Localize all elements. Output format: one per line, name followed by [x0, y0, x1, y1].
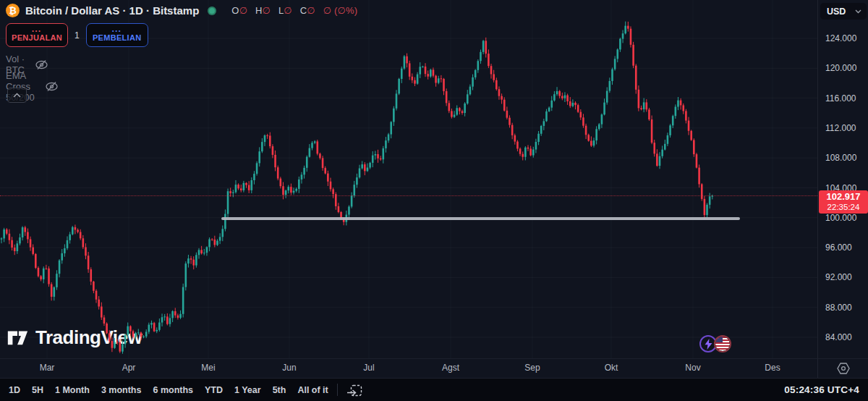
candlestick-chart[interactable]: [0, 0, 817, 358]
range-ytd[interactable]: YTD: [205, 385, 223, 395]
chevron-up-icon: [13, 93, 21, 98]
candle: [85, 248, 87, 256]
candle: [682, 105, 684, 111]
candle: [516, 142, 519, 149]
candle: [582, 117, 584, 125]
candle: [203, 253, 205, 253]
price-tick-label: 108.000: [825, 153, 856, 163]
time-axis[interactable]: MarAprMeiJunJulAgstSepOktNovDes: [0, 358, 817, 378]
candle: [548, 108, 550, 111]
candle: [569, 101, 571, 106]
candle: [319, 153, 321, 158]
candle: [580, 112, 582, 118]
candle: [543, 121, 545, 126]
chart-canvas[interactable]: TradingView: [0, 0, 817, 358]
candle: [587, 135, 590, 140]
candle: [464, 104, 466, 113]
candle: [383, 148, 385, 159]
buy-button-dots: •••: [112, 28, 122, 33]
collapse-panel-button[interactable]: [7, 88, 27, 103]
candle: [264, 135, 266, 142]
candle: [142, 337, 145, 337]
currency-selector[interactable]: USD: [820, 3, 867, 20]
candle: [322, 158, 324, 168]
candle: [145, 332, 148, 336]
candle: [137, 332, 140, 333]
candle: [161, 317, 163, 322]
price-tick-label: 100.000: [825, 213, 856, 223]
candle: [482, 41, 485, 51]
month-tick-label: Nov: [685, 363, 700, 373]
month-tick-label: Apr: [122, 363, 136, 373]
candle: [419, 67, 421, 74]
horizontal-ray-drawing[interactable]: [221, 217, 740, 220]
candle: [550, 101, 553, 108]
candle: [480, 52, 482, 61]
candle: [524, 148, 527, 157]
range-5h[interactable]: 5H: [32, 385, 43, 395]
candle: [572, 103, 574, 106]
candle: [90, 269, 92, 282]
candle: [356, 177, 358, 185]
candle: [495, 80, 498, 89]
candle: [412, 77, 414, 80]
order-quantity[interactable]: 1: [75, 30, 80, 41]
range-all-of-it[interactable]: All of it: [297, 385, 328, 395]
symbol-title[interactable]: Bitcoin / Dollar AS · 1D · Bitstamp: [25, 4, 199, 17]
sell-button[interactable]: ••• PENJUALAN: [6, 23, 68, 47]
candle: [61, 253, 63, 261]
range-1d[interactable]: 1D: [9, 385, 20, 395]
open-label: O: [231, 5, 239, 16]
candle: [258, 151, 260, 163]
candle: [243, 183, 245, 190]
candle: [9, 234, 11, 240]
eye-off-icon[interactable]: [45, 81, 59, 92]
candle: [706, 205, 708, 215]
range-1-year[interactable]: 1 Year: [234, 385, 261, 395]
eye-off-icon[interactable]: [35, 59, 48, 70]
candle: [690, 131, 692, 140]
low-value: ∅: [284, 5, 292, 16]
candle: [177, 316, 179, 318]
current-price-line: [0, 195, 817, 196]
candle: [348, 206, 350, 214]
range-6-months[interactable]: 6 months: [153, 385, 193, 395]
candle: [93, 282, 95, 291]
candle: [190, 258, 192, 260]
candle: [111, 341, 114, 348]
candle: [646, 102, 648, 109]
candle: [3, 229, 5, 238]
price-tick-label: 88.000: [825, 303, 852, 313]
buy-button[interactable]: ••• PEMBELIAN: [86, 23, 148, 47]
candle: [179, 314, 182, 318]
candle: [406, 56, 408, 64]
candle: [688, 121, 690, 131]
range-5th[interactable]: 5th: [273, 385, 286, 395]
candle: [46, 269, 48, 269]
open-value: ∅: [239, 5, 248, 16]
market-status-icon[interactable]: [208, 7, 216, 15]
go-to-date-button[interactable]: [346, 382, 364, 398]
candle: [135, 333, 137, 337]
event-badge-us-flag[interactable]: [714, 335, 731, 353]
candle: [6, 229, 8, 234]
candle: [369, 163, 371, 168]
candle: [375, 154, 377, 156]
candle: [332, 189, 334, 194]
price-axis[interactable]: USD 124.000120.000116.000112.000108.0001…: [817, 0, 868, 358]
range-1-month[interactable]: 1 Month: [55, 385, 90, 395]
price-tick-label: 116.000: [825, 93, 856, 104]
clock[interactable]: 05:24:36 UTC+4: [784, 384, 859, 395]
candle: [195, 255, 197, 265]
tradingview-chart-window: TradingView ₿ Bitcoin / Dollar AS · 1D ·…: [0, 0, 868, 401]
axis-settings-corner[interactable]: [817, 358, 868, 378]
candle: [72, 227, 74, 235]
sell-button-dots: •••: [32, 28, 41, 33]
hexagon-settings-icon[interactable]: [836, 361, 851, 376]
candle: [24, 227, 26, 232]
candle: [67, 240, 69, 248]
candle: [214, 240, 216, 245]
candle: [303, 168, 305, 174]
candle: [501, 96, 503, 100]
range-3-months[interactable]: 3 months: [101, 385, 142, 395]
